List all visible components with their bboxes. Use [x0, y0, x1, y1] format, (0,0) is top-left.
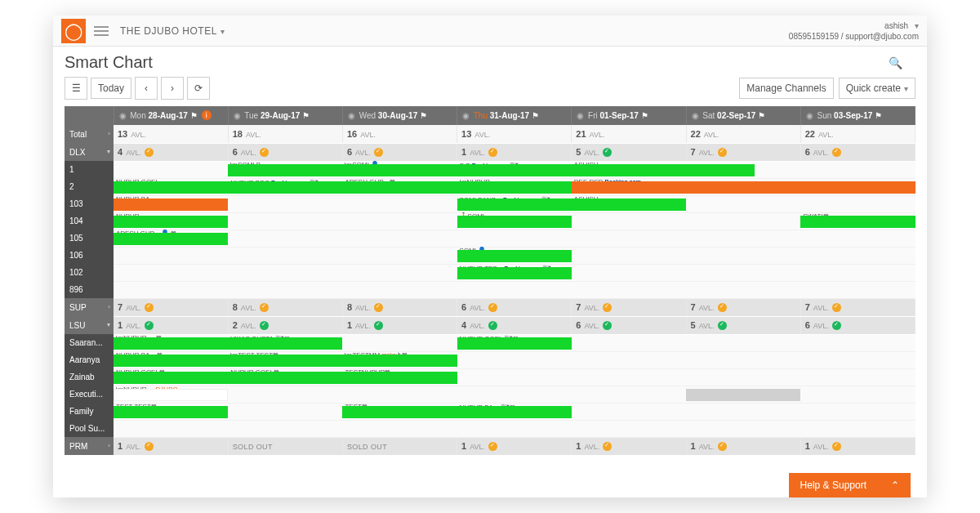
day-header: ◉ Wed 30-Aug-17 ⚑ — [342, 106, 457, 125]
avl-cell[interactable]: SOLD OUT — [342, 437, 457, 455]
avl-cell[interactable]: 1 AVL. — [800, 437, 915, 455]
room-row: 896 — [65, 281, 915, 298]
avl-cell[interactable]: SOLD OUT — [228, 437, 342, 455]
calendar-grid: ◉ Mon 28-Aug-17 ⚑i◉ Tue 29-Aug-17 ⚑◉ Wed… — [65, 106, 915, 456]
day-header: ◉ Sat 02-Sep-17 ⚑ — [686, 106, 800, 125]
avl-cell[interactable]: 6 AVL. — [800, 316, 915, 334]
avl-cell[interactable]: 16 AVL. — [342, 125, 457, 143]
avl-cell[interactable]: 5 AVL. — [686, 316, 800, 334]
avl-cell[interactable]: 7 AVL. — [686, 298, 800, 316]
avl-cell[interactable]: 6 AVL. — [342, 143, 457, 161]
day-header: ◉ Sun 03-Sep-17 ⚑ — [800, 106, 915, 125]
avl-cell[interactable]: 2 AVL. — [228, 316, 342, 334]
room-row: Saaran... NUPUR ... VIKAS GUPTA NUPUR GO… — [65, 334, 915, 351]
user-block: ashish 08595159159 / support@djubo.com — [789, 20, 919, 42]
room-row: 104 NUPUR 🚶SOMI SWATI — [65, 212, 915, 230]
avl-cell[interactable]: 4 AVL. — [114, 143, 228, 161]
manage-channels-button[interactable]: Manage Channels — [739, 78, 833, 99]
prm-category-row[interactable]: PRM› 1 AVL.SOLD OUTSOLD OUT1 AVL.1 AVL.1… — [65, 437, 915, 455]
avl-cell[interactable]: 6 AVL. — [800, 143, 915, 161]
avl-cell[interactable]: 18 AVL. — [228, 125, 342, 143]
room-row: 105 ADESH GUP... — [65, 230, 915, 247]
avl-cell[interactable]: 8 AVL. — [342, 298, 457, 316]
room-row: 1 SOMI B... SOMI S B Booking.com ASHISH — [65, 161, 915, 178]
help-support-tab[interactable]: Help & Support⌃ — [789, 473, 911, 497]
avl-cell[interactable]: 6 AVL. — [228, 143, 342, 161]
avl-cell[interactable]: 1 AVL. — [686, 437, 800, 455]
avl-cell[interactable]: 7 AVL. — [800, 298, 915, 316]
list-view-button[interactable]: ☰ — [65, 77, 87, 100]
logo-icon: ◯ — [61, 19, 86, 43]
avl-cell[interactable]: 1 AVL. — [572, 437, 686, 455]
room-row: 2 NUPUR GOEL NUPUR BDC Booking.com ADESH… — [65, 178, 915, 195]
next-button[interactable]: › — [161, 77, 184, 100]
avl-cell[interactable]: 8 AVL. — [228, 298, 342, 316]
day-header: ◉ Thu 31-Aug-17 ⚑ — [457, 106, 572, 125]
room-row: Executi... NUPUR ... DJUBO — [65, 386, 915, 403]
contact-info: 08595159159 / support@djubo.com — [789, 31, 919, 42]
avl-cell[interactable]: 22 AVL. — [686, 125, 800, 143]
total-row: Total› 13 AVL.18 AVL.16 AVL.13 AVL.21 AV… — [65, 125, 915, 143]
avl-cell[interactable]: 1 AVL. — [457, 437, 572, 455]
room-row: Pool Su... — [65, 420, 915, 437]
day-header: ◉ Fri 01-Sep-17 ⚑ — [572, 106, 686, 125]
avl-cell[interactable]: 1 AVL. — [457, 143, 572, 161]
top-bar: ◯ THE DJUBO HOTEL ashish 08595159159 / s… — [53, 16, 927, 47]
avl-cell[interactable]: 6 AVL. — [572, 316, 686, 334]
room-row: 103 NUPUR BA... SOMI BANS... Booking.com… — [65, 195, 915, 212]
avl-cell[interactable]: 21 AVL. — [572, 125, 686, 143]
dlx-category-row[interactable]: DLX▾ 4 AVL.6 AVL.6 AVL.1 AVL.5 AVL.7 AVL… — [65, 143, 915, 161]
avl-cell[interactable]: 1 AVL. — [114, 437, 228, 455]
chevron-down-icon[interactable]: ▾ — [107, 148, 110, 155]
avl-cell[interactable]: 22 AVL. — [800, 125, 915, 143]
quick-create-button[interactable]: Quick create — [839, 78, 915, 99]
room-row: 106 SOMI — [65, 247, 915, 264]
avl-cell[interactable]: 1 AVL. — [342, 316, 457, 334]
avl-cell[interactable]: 7 AVL. — [114, 298, 228, 316]
avl-cell[interactable]: 5 AVL. — [572, 143, 686, 161]
prev-button[interactable]: ‹ — [135, 77, 158, 100]
avl-cell[interactable]: 13 AVL. — [457, 125, 572, 143]
room-row: 102 NUPUR TES... Booking.com — [65, 264, 915, 281]
today-button[interactable]: Today — [91, 78, 131, 99]
lsu-category-row[interactable]: LSU▾ 1 AVL.2 AVL.1 AVL.4 AVL.6 AVL.5 AVL… — [65, 316, 915, 334]
room-row: Family TEST TEST TEST NUPUR BA... — [65, 403, 915, 420]
header-row: ◉ Mon 28-Aug-17 ⚑i◉ Tue 29-Aug-17 ⚑◉ Wed… — [65, 106, 915, 125]
avl-cell[interactable]: 7 AVL. — [686, 143, 800, 161]
avl-cell[interactable]: 7 AVL. — [572, 298, 686, 316]
page-title: Smart Chart — [65, 53, 915, 72]
chevron-right-icon[interactable]: › — [108, 442, 110, 449]
chevron-down-icon[interactable]: ▾ — [107, 321, 110, 328]
room-row: Aaranya NUPUR BA... TEST TEST TESTMM mak… — [65, 351, 915, 368]
chevron-right-icon[interactable]: › — [108, 130, 110, 137]
refresh-button[interactable]: ⟳ — [187, 77, 210, 100]
day-header: ◉ Mon 28-Aug-17 ⚑i — [114, 106, 228, 125]
day-header: ◉ Tue 29-Aug-17 ⚑ — [228, 106, 342, 125]
avl-cell[interactable]: 4 AVL. — [457, 316, 572, 334]
avl-cell[interactable]: 13 AVL. — [114, 125, 228, 143]
avl-cell[interactable]: 6 AVL. — [457, 298, 572, 316]
search-icon[interactable]: 🔍 — [889, 56, 902, 69]
chevron-right-icon[interactable]: › — [108, 303, 110, 310]
sup-category-row[interactable]: SUP› 7 AVL.8 AVL.8 AVL.6 AVL.7 AVL.7 AVL… — [65, 298, 915, 316]
room-row: Zainab NUPUR GOEL NUPUR GOEL TESTNUPUR — [65, 368, 915, 386]
toolbar: ☰ Today ‹ › ⟳ Manage Channels Quick crea… — [65, 77, 915, 100]
avl-cell[interactable]: 1 AVL. — [114, 316, 228, 334]
hotel-selector[interactable]: THE DJUBO HOTEL — [120, 25, 225, 37]
chevron-up-icon: ⌃ — [891, 480, 899, 491]
user-menu[interactable]: ashish — [884, 20, 919, 31]
menu-icon[interactable] — [94, 24, 109, 38]
